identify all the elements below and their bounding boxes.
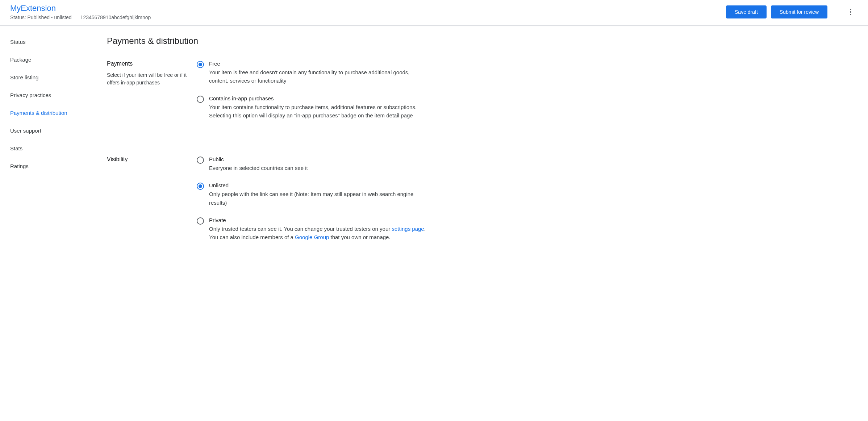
body: Status Package Store listing Privacy pra… [0, 26, 868, 259]
radio-iap-label: Contains in-app purchases [209, 95, 429, 101]
extension-name-link[interactable]: MyExtension [10, 4, 151, 13]
radio-public-content: Public Everyone in selected countries ca… [209, 156, 429, 172]
radio-free-label: Free [209, 61, 429, 67]
save-draft-button[interactable]: Save draft [726, 5, 767, 18]
payment-option-free[interactable]: Free Your item is free and doesn't conta… [197, 61, 429, 85]
radio-private-label: Private [209, 217, 429, 223]
payments-title: Payments [107, 61, 188, 67]
payments-section: Payments Select if your item will be fre… [98, 61, 868, 137]
radio-iap-content: Contains in-app purchases Your item cont… [209, 95, 429, 120]
google-group-link[interactable]: Google Group [295, 234, 329, 240]
radio-iap-desc: Your item contains functionality to purc… [209, 103, 429, 120]
visibility-option-public[interactable]: Public Everyone in selected countries ca… [197, 156, 429, 172]
sidebar-item-package[interactable]: Package [0, 51, 98, 68]
sidebar-item-ratings[interactable]: Ratings [0, 157, 98, 175]
radio-free-desc: Your item is free and doesn't contain an… [209, 68, 429, 85]
payments-options: Free Your item is free and doesn't conta… [197, 61, 429, 120]
header-actions: Save draft Submit for review [726, 5, 858, 19]
sidebar-item-store-listing[interactable]: Store listing [0, 68, 98, 86]
visibility-section-header: Visibility [107, 156, 197, 241]
more-options-button[interactable] [843, 5, 858, 19]
payments-section-header: Payments Select if your item will be fre… [107, 61, 197, 120]
radio-unlisted[interactable] [197, 183, 204, 190]
radio-unlisted-label: Unlisted [209, 182, 429, 188]
visibility-option-unlisted[interactable]: Unlisted Only people with the link can s… [197, 182, 429, 207]
radio-iap[interactable] [197, 96, 204, 103]
sidebar-item-user-support[interactable]: User support [0, 122, 98, 139]
more-vert-icon [850, 9, 851, 15]
header-left: MyExtension Status: Published - unlisted… [10, 4, 151, 20]
payments-desc: Select if your item will be free or if i… [107, 71, 188, 87]
sidebar-item-status[interactable]: Status [0, 33, 98, 51]
visibility-title: Visibility [107, 156, 188, 163]
item-id: 12345678910abcdefghijklmnop [80, 14, 151, 20]
radio-private-desc: Only trusted testers can see it. You can… [209, 225, 429, 242]
radio-private[interactable] [197, 217, 204, 225]
header: MyExtension Status: Published - unlisted… [0, 0, 868, 26]
visibility-option-private[interactable]: Private Only trusted testers can see it.… [197, 217, 429, 242]
sidebar: Status Package Store listing Privacy pra… [0, 26, 98, 259]
private-desc-mid: . [424, 226, 426, 232]
radio-public-desc: Everyone in selected countries can see i… [209, 164, 429, 172]
visibility-section: Visibility Public Everyone in selected c… [98, 137, 868, 259]
radio-free-content: Free Your item is free and doesn't conta… [209, 61, 429, 85]
radio-private-content: Private Only trusted testers can see it.… [209, 217, 429, 242]
sidebar-item-privacy-practices[interactable]: Privacy practices [0, 86, 98, 104]
radio-unlisted-content: Unlisted Only people with the link can s… [209, 182, 429, 207]
header-subline: Status: Published - unlisted 12345678910… [10, 14, 151, 20]
radio-free[interactable] [197, 61, 204, 68]
status-text: Status: Published - unlisted [10, 14, 72, 20]
radio-public-label: Public [209, 156, 429, 162]
private-desc-line2-post: that you own or manage. [329, 234, 390, 240]
private-desc-line2-pre: You can also include members of a [209, 234, 295, 240]
radio-unlisted-desc: Only people with the link can see it (No… [209, 190, 429, 207]
visibility-options: Public Everyone in selected countries ca… [197, 156, 429, 241]
settings-page-link[interactable]: settings page [392, 226, 424, 232]
radio-public[interactable] [197, 157, 204, 164]
sidebar-item-stats[interactable]: Stats [0, 139, 98, 157]
submit-for-review-button[interactable]: Submit for review [771, 5, 827, 18]
page-title: Payments & distribution [98, 26, 868, 61]
payment-option-iap[interactable]: Contains in-app purchases Your item cont… [197, 95, 429, 120]
private-desc-pre: Only trusted testers can see it. You can… [209, 226, 392, 232]
main-content: Payments & distribution Payments Select … [98, 26, 868, 259]
sidebar-item-payments-distribution[interactable]: Payments & distribution [0, 104, 98, 122]
